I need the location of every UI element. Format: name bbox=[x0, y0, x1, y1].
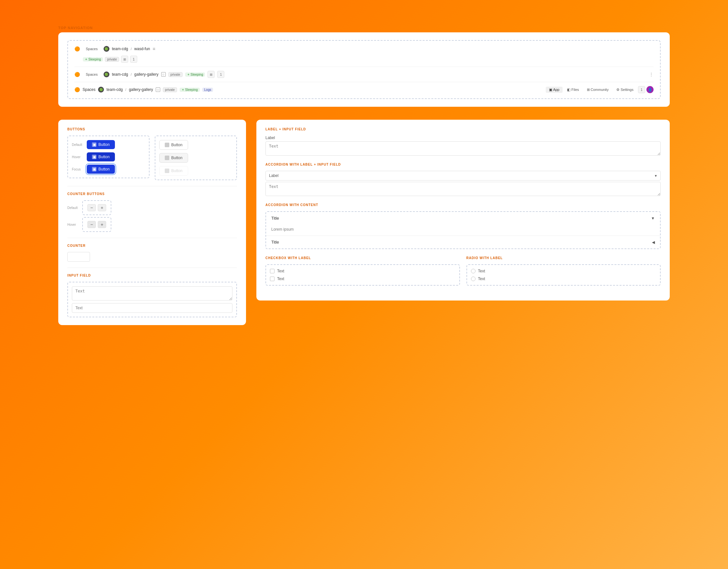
accordion-header-2[interactable]: Title ◀ bbox=[266, 236, 660, 249]
icon-btn-grid-1[interactable]: ⊞ bbox=[121, 56, 128, 63]
secondary-buttons-col: Button Button Button bbox=[155, 136, 237, 180]
repo-name-1: wasd-fun bbox=[134, 47, 150, 51]
team-icon-1: 🟢 bbox=[104, 46, 109, 52]
sec-btn-row-default: Button bbox=[159, 140, 232, 150]
sec-btn-icon-focus bbox=[165, 169, 169, 173]
sec-btn-icon-hover bbox=[165, 156, 169, 160]
tab-app[interactable]: ▣ App bbox=[546, 87, 563, 93]
counter-section-label: COUNTER bbox=[67, 244, 237, 248]
label-input-section: LABEL + INPUT FIELD Label bbox=[265, 128, 661, 156]
badge-sleeping-3: Sleeping bbox=[180, 88, 200, 92]
btn-icon-hover: ▣ bbox=[92, 155, 96, 159]
counter-minus-default[interactable]: − bbox=[87, 204, 96, 211]
team-icon-3: 🟢 bbox=[98, 87, 104, 93]
counter-minus-hover[interactable]: − bbox=[87, 221, 96, 228]
primary-hover-button[interactable]: ▣ Button bbox=[87, 152, 115, 162]
menu-icon-1[interactable]: ≡ bbox=[153, 46, 155, 51]
sep-3: / bbox=[125, 88, 126, 92]
tab-settings[interactable]: ⚙ Settings bbox=[613, 87, 637, 93]
counter-widget: ▲ ▼ bbox=[67, 252, 90, 262]
hover-label: Hover bbox=[72, 155, 84, 159]
primary-default-button[interactable]: ▣ Button bbox=[87, 140, 115, 149]
btn-row-focus: Focus ▣ Button bbox=[72, 165, 145, 174]
badge-sleeping-1: Sleeping bbox=[83, 57, 103, 61]
radio-item-2[interactable]: Text bbox=[471, 277, 656, 281]
accordion-select[interactable]: Label bbox=[265, 171, 661, 181]
checkbox-label-2: Text bbox=[277, 277, 284, 281]
primary-buttons-dashed: Default ▣ Button Hover ▣ Button bbox=[67, 136, 150, 178]
checkbox-box-2 bbox=[270, 277, 274, 281]
counter-btn-hover-dashed: − + bbox=[82, 217, 111, 232]
radio-item-1[interactable]: Text bbox=[471, 269, 656, 274]
spaces-label-1[interactable]: Spaces bbox=[83, 46, 101, 52]
secondary-default-button[interactable]: Button bbox=[159, 140, 188, 150]
label-input-group: Label bbox=[265, 136, 661, 156]
nav-row-1: 🟠 Spaces 🟢 team-cdg / wasd-fun ≡ bbox=[74, 46, 654, 52]
focus-label: Focus bbox=[72, 168, 84, 171]
accordion-label-textarea[interactable] bbox=[265, 182, 661, 196]
accordion-select-wrapper: Label ▼ bbox=[265, 171, 661, 181]
checkbox-box-1 bbox=[270, 269, 274, 274]
counter-plus-hover[interactable]: + bbox=[98, 221, 106, 228]
check-radio-section: CHECKBOX WITH LABEL Text Text bbox=[265, 256, 661, 285]
checkbox-item-1[interactable]: Text bbox=[270, 269, 455, 274]
label-input-section-label: LABEL + INPUT FIELD bbox=[265, 128, 661, 131]
input-dashed-box bbox=[67, 282, 237, 317]
accordion-item-1: Title ▼ Lorem ipsum bbox=[266, 212, 660, 236]
nav-row-1b: Sleeping private ⊞ 1 bbox=[74, 56, 654, 63]
team-icon-2: 🟢 bbox=[104, 72, 109, 77]
badge-logs-3: Logs bbox=[202, 88, 213, 92]
input-field-label: INPUT FIELD bbox=[67, 274, 237, 277]
checkbox-label-1: Text bbox=[277, 269, 284, 274]
counter-btns-grid: Default − + Hover − bbox=[67, 200, 237, 232]
team-name-3: team-cdg bbox=[106, 87, 123, 92]
icon-btn-count-1[interactable]: 1 bbox=[130, 56, 137, 63]
counter-plus-default[interactable]: + bbox=[98, 204, 106, 211]
input-textarea-1[interactable] bbox=[72, 286, 232, 300]
team-name-1: team-cdg bbox=[112, 47, 128, 51]
left-card: BUTTONS Default ▣ Button Hover bbox=[58, 120, 246, 325]
buttons-grid: Default ▣ Button Hover ▣ Button bbox=[67, 136, 237, 180]
menu-icon-2[interactable]: ⋮ bbox=[649, 72, 654, 77]
primary-focus-button[interactable]: ▣ Button bbox=[87, 165, 115, 174]
nav-dashed-box: 🟠 Spaces 🟢 team-cdg / wasd-fun ≡ Sleepin… bbox=[67, 40, 661, 99]
spaces-label-3[interactable]: Spaces bbox=[83, 87, 95, 92]
counter-default-label: Default bbox=[67, 206, 79, 210]
badge-sleeping-2: Sleeping bbox=[185, 73, 205, 77]
accordion-title-1: Title bbox=[271, 216, 279, 221]
radio-group: RADIO WITH LABEL Text Text bbox=[466, 256, 661, 285]
label-input-textarea[interactable] bbox=[265, 141, 661, 156]
secondary-hover-button[interactable]: Button bbox=[159, 153, 188, 163]
counter-value[interactable] bbox=[68, 253, 90, 261]
input-field-1[interactable] bbox=[72, 303, 232, 313]
counter-btn-default-row: Default − + bbox=[67, 200, 111, 215]
right-card: LABEL + INPUT FIELD Label ACCORDION WITH… bbox=[256, 120, 670, 300]
spaces-emoji-1: 🟠 bbox=[74, 46, 80, 51]
tab-community[interactable]: ⊞ Community bbox=[584, 87, 612, 93]
btn-row-default: Default ▣ Button bbox=[72, 140, 145, 149]
icon-btn-grid-2[interactable]: ⊞ bbox=[207, 71, 215, 78]
checkbox-item-2[interactable]: Text bbox=[270, 277, 455, 281]
nav-row-2: 🟠 Spaces 🟢 team-cdg / gallery-gallery □ … bbox=[74, 71, 654, 78]
spaces-label-2[interactable]: Spaces bbox=[83, 72, 101, 77]
repo-icon-2: □ bbox=[161, 72, 166, 77]
accordion-header-1[interactable]: Title ▼ bbox=[266, 212, 660, 225]
radio-label-2: Text bbox=[478, 277, 485, 281]
icon-btn-count-2[interactable]: 1 bbox=[217, 71, 224, 78]
spaces-emoji-3: 🟠 bbox=[74, 87, 80, 92]
repo-icon-3: □ bbox=[156, 87, 160, 92]
accordion-item-2: Title ◀ bbox=[266, 236, 660, 249]
icon-btn-count-3[interactable]: 1 bbox=[638, 86, 645, 93]
top-nav-card: 🟠 Spaces 🟢 team-cdg / wasd-fun ≡ Sleepin… bbox=[58, 32, 670, 107]
btn-icon-focus: ▣ bbox=[92, 167, 96, 172]
top-nav-section-label: TOP NAVIGATION bbox=[58, 26, 670, 30]
sec-btn-row-hover: Button bbox=[159, 153, 232, 163]
spaces-emoji-2: 🟠 bbox=[74, 72, 80, 77]
accordion-content-label: ACCORDION WITH CONTENT bbox=[265, 203, 661, 207]
counter-btn-default-pair: − + bbox=[87, 204, 106, 211]
nav-tabs-3: ▣ App ◧ Files ⊞ Community ⚙ Settings 1 👤 bbox=[546, 86, 654, 93]
tab-files[interactable]: ◧ Files bbox=[564, 87, 582, 93]
accordion-arrow-2: ◀ bbox=[652, 240, 655, 245]
counter-btn-hover-pair: − + bbox=[87, 221, 106, 228]
counter-btn-hover-row: Hover − + bbox=[67, 217, 111, 232]
